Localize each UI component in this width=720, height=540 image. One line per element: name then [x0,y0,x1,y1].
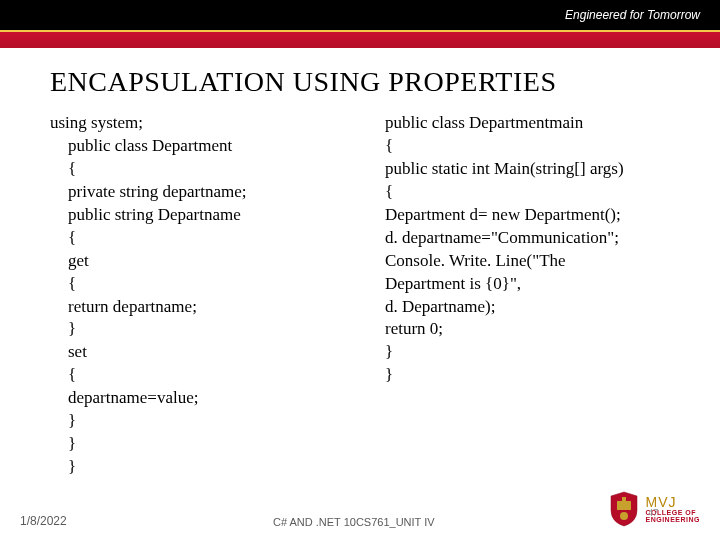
code-line: { [68,227,355,250]
code-line: get [68,250,355,273]
slide-title: ENCAPSULATION USING PROPERTIES [50,66,690,98]
code-line: { [68,273,355,296]
code-line: d. Departname); [385,296,690,319]
code-line: public string Departname [68,204,355,227]
code-line: } [68,456,355,479]
code-line: public class Department [68,135,355,158]
code-line: Console. Write. Line("The [385,250,690,273]
code-line: Department is {0}", [385,273,690,296]
footer-date: 1/8/2022 [20,514,100,528]
code-line: using system; [50,112,355,135]
slide-content: ENCAPSULATION USING PROPERTIES using sys… [0,48,720,479]
code-column-left: using system; public class Department { … [50,112,355,479]
svg-rect-0 [617,501,631,510]
code-line: { [385,181,690,204]
code-line: { [385,135,690,158]
code-line: set [68,341,355,364]
code-columns: using system; public class Department { … [50,112,690,479]
logo-shield-icon [607,490,641,528]
code-line: } [385,341,690,364]
red-gold-bar [0,30,720,48]
slide-footer: 1/8/2022 C# AND .NET 10CS761_UNIT IV MVJ… [0,490,720,528]
code-line: } [68,410,355,433]
svg-rect-1 [622,497,626,501]
top-black-bar: Engineered for Tomorrow [0,0,720,30]
footer-course: C# AND .NET 10CS761_UNIT IV [100,516,607,528]
code-line: departname=value; [68,387,355,410]
code-line: } [385,364,690,387]
code-column-right: public class Departmentmain { public sta… [385,112,690,479]
code-line: public static int Main(string[] args) [385,158,690,181]
code-line: return departname; [68,296,355,319]
code-line: d. departname="Communication"; [385,227,690,250]
code-line: { [68,364,355,387]
tagline-text: Engineered for Tomorrow [565,8,700,22]
code-line: { [68,158,355,181]
page-number: 47 [648,507,658,518]
code-line: } [68,433,355,456]
code-line: } [68,318,355,341]
code-line: Department d= new Department(); [385,204,690,227]
code-line: private string departname; [68,181,355,204]
code-line: public class Departmentmain [385,112,690,135]
code-line: return 0; [385,318,690,341]
svg-point-2 [620,512,628,520]
